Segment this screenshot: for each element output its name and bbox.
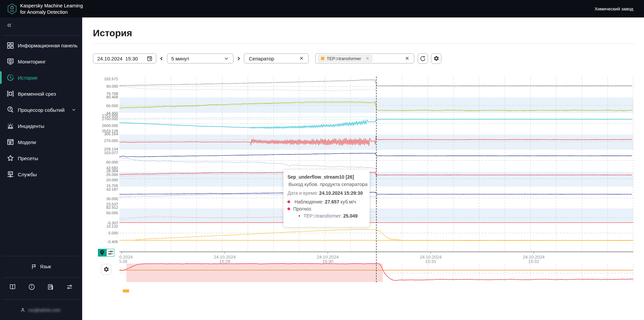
svg-text:MLAD: MLAD: [10, 10, 14, 12]
